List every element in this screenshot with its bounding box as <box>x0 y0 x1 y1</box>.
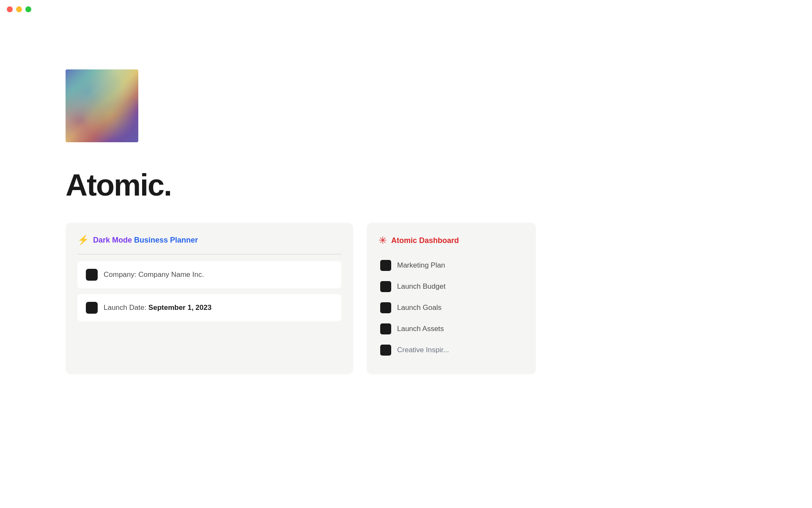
list-item[interactable]: Marketing Plan <box>379 255 524 276</box>
item-label-launch-budget: Launch Budget <box>397 282 445 291</box>
close-button[interactable] <box>7 6 13 12</box>
titlebar <box>0 0 812 19</box>
page-title: Atomic. <box>66 168 746 202</box>
company-checkbox[interactable] <box>86 269 98 281</box>
item-icon-marketing <box>380 260 391 271</box>
card-title-business: Business Planner <box>134 236 198 244</box>
launch-date-checkbox[interactable] <box>86 302 98 314</box>
card-title-dark: Dark Mode <box>93 236 134 244</box>
card-dark-mode-planner: ⚡ Dark Mode Business Planner Company: Co… <box>66 223 353 374</box>
item-icon-launch-budget <box>380 281 391 292</box>
maximize-button[interactable] <box>25 6 31 12</box>
card-divider <box>77 254 341 254</box>
bolt-icon: ⚡ <box>77 235 89 246</box>
company-field[interactable]: Company: Company Name Inc. <box>77 261 341 288</box>
list-item[interactable]: Launch Assets <box>379 318 524 340</box>
list-item[interactable]: Creative Inspir... <box>379 340 524 361</box>
item-label-creative: Creative Inspir... <box>397 346 449 354</box>
minimize-button[interactable] <box>16 6 22 12</box>
atom-icon: ✳ <box>379 235 387 246</box>
launch-date-field[interactable]: Launch Date: September 1, 2023 <box>77 294 341 321</box>
card-left-header: ⚡ Dark Mode Business Planner <box>77 235 341 246</box>
launch-date-label: Launch Date: September 1, 2023 <box>104 304 211 312</box>
main-content: Atomic. ⚡ Dark Mode Business Planner Com… <box>0 0 812 374</box>
card-right-title: Atomic Dashboard <box>391 236 459 245</box>
item-label-launch-assets: Launch Assets <box>397 325 444 333</box>
card-right-header: ✳ Atomic Dashboard <box>379 235 524 246</box>
item-label-launch-goals: Launch Goals <box>397 304 442 312</box>
card-atomic-dashboard: ✳ Atomic Dashboard Marketing Plan Launch… <box>367 223 536 374</box>
item-label-marketing: Marketing Plan <box>397 261 445 270</box>
cards-row: ⚡ Dark Mode Business Planner Company: Co… <box>66 223 746 374</box>
list-item[interactable]: Launch Budget <box>379 276 524 297</box>
item-icon-launch-goals <box>380 302 391 313</box>
cover-image <box>66 69 138 142</box>
item-icon-creative <box>380 345 391 356</box>
launch-date-value: September 1, 2023 <box>148 304 211 312</box>
company-label: Company: Company Name Inc. <box>104 271 204 279</box>
item-icon-launch-assets <box>380 323 391 334</box>
list-item[interactable]: Launch Goals <box>379 297 524 318</box>
card-left-title: Dark Mode Business Planner <box>93 236 198 245</box>
dashboard-list: Marketing Plan Launch Budget Launch Goal… <box>379 255 524 361</box>
